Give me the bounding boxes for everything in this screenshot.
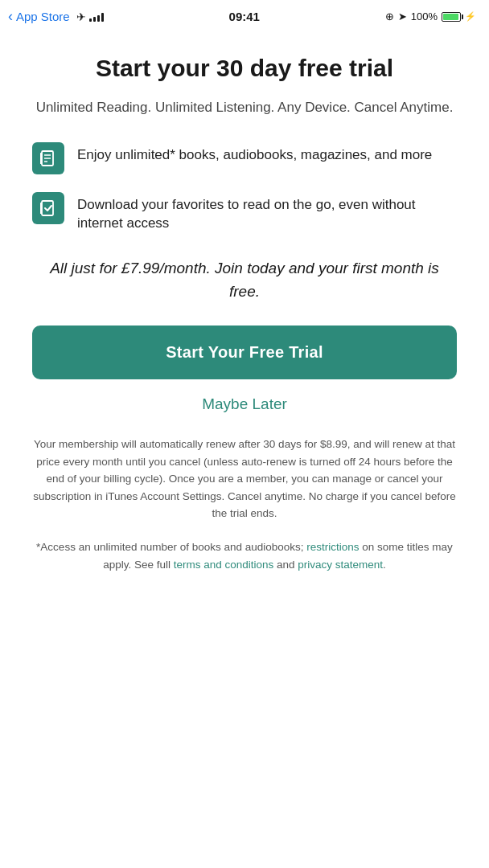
maybe-later-button[interactable]: Maybe Later xyxy=(32,395,457,413)
battery-icon xyxy=(442,12,461,22)
airplane-icon: ✈ xyxy=(76,10,86,23)
footnote-prefix: *Access an unlimited number of books and… xyxy=(36,541,306,553)
page-title: Start your 30 day free trial xyxy=(32,54,457,83)
footnote-text: *Access an unlimited number of books and… xyxy=(32,538,457,573)
download-icon xyxy=(32,192,64,224)
pricing-text: All just for £7.99/month. Join today and… xyxy=(32,257,457,303)
restrictions-link[interactable]: restrictions xyxy=(306,541,359,553)
footnote-and: and xyxy=(273,559,298,571)
battery-fill xyxy=(443,14,458,20)
start-trial-button[interactable]: Start Your Free Trial xyxy=(32,326,457,379)
signal-bar-3 xyxy=(97,15,100,22)
charging-icon: ⚡ xyxy=(465,11,476,22)
back-arrow-icon[interactable]: ‹ xyxy=(8,8,13,25)
feature-text-books: Enjoy unlimited* books, audiobooks, maga… xyxy=(77,142,432,165)
status-bar: ‹ App Store ✈ 09:41 ⊕ ➤ 100% ⚡ xyxy=(0,0,489,31)
books-icon xyxy=(32,142,64,174)
feature-item-download: Download your favorites to read on the g… xyxy=(32,192,457,234)
signal-bars xyxy=(89,12,104,22)
svg-rect-5 xyxy=(42,201,53,215)
feature-item-books: Enjoy unlimited* books, audiobooks, maga… xyxy=(32,142,457,174)
location-icon: ⊕ xyxy=(385,10,394,23)
status-right: ⊕ ➤ 100% ⚡ xyxy=(385,10,476,23)
terms-link[interactable]: terms and conditions xyxy=(174,559,274,571)
direction-icon: ➤ xyxy=(398,10,407,23)
status-left: ‹ App Store ✈ xyxy=(8,8,104,25)
battery-container xyxy=(442,12,461,22)
footnote-period: . xyxy=(383,559,386,571)
signal-bar-2 xyxy=(93,17,96,22)
svg-rect-6 xyxy=(40,203,42,214)
feature-text-download: Download your favorites to read on the g… xyxy=(77,192,457,234)
battery-percent: 100% xyxy=(411,10,438,23)
legal-text: Your membership will automatically renew… xyxy=(32,436,457,522)
signal-bar-4 xyxy=(101,13,104,22)
subtitle-text: Unlimited Reading. Unlimited Listening. … xyxy=(32,97,457,118)
status-time: 09:41 xyxy=(229,10,260,23)
privacy-link[interactable]: privacy statement xyxy=(298,559,383,571)
svg-rect-4 xyxy=(40,153,42,164)
signal-bar-1 xyxy=(89,18,92,22)
app-store-back-label[interactable]: App Store xyxy=(16,10,70,23)
main-content: Start your 30 day free trial Unlimited R… xyxy=(0,31,489,605)
features-list: Enjoy unlimited* books, audiobooks, maga… xyxy=(32,142,457,234)
